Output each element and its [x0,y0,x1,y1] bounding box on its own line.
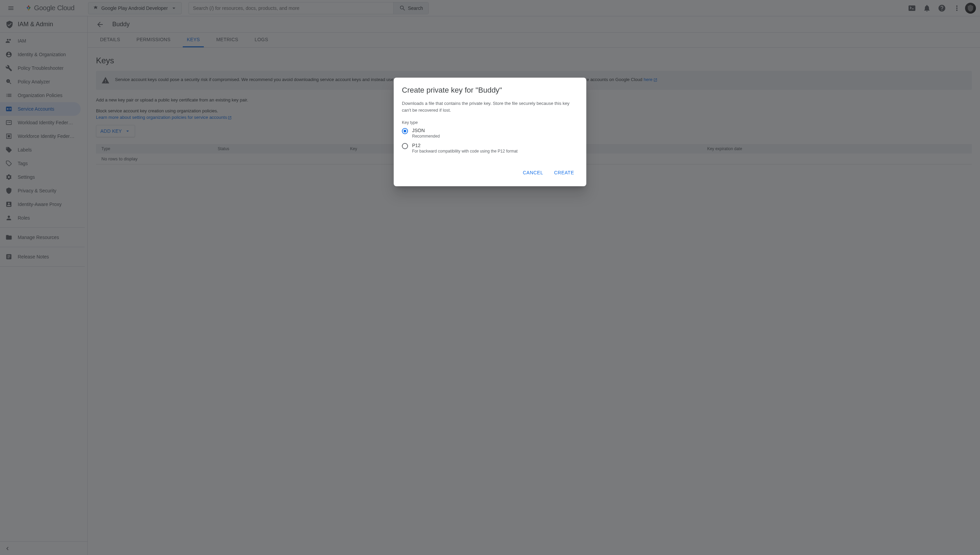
modal-overlay[interactable]: Create private key for "Buddy" Downloads… [0,0,980,555]
radio-subtitle: Recommended [412,134,440,139]
create-key-modal: Create private key for "Buddy" Downloads… [394,78,586,186]
radio-option-p12[interactable]: P12 For backward compatibility with code… [402,143,578,154]
radio-subtitle: For backward compatibility with code usi… [412,149,518,154]
modal-description: Downloads a file that contains the priva… [402,100,578,113]
modal-title: Create private key for "Buddy" [402,86,578,95]
button-label: CANCEL [523,170,543,175]
modal-actions: CANCEL CREATE [402,167,578,178]
radio-title: JSON [412,128,440,133]
radio-button-icon [402,143,408,149]
radio-title: P12 [412,143,518,148]
radio-option-json[interactable]: JSON Recommended [402,128,578,139]
key-type-label: Key type [402,120,578,125]
button-label: CREATE [554,170,574,175]
key-type-radio-group: JSON Recommended P12 For backward compat… [402,128,578,154]
cancel-button[interactable]: CANCEL [519,167,547,178]
create-button[interactable]: CREATE [550,167,578,178]
radio-button-icon [402,128,408,134]
